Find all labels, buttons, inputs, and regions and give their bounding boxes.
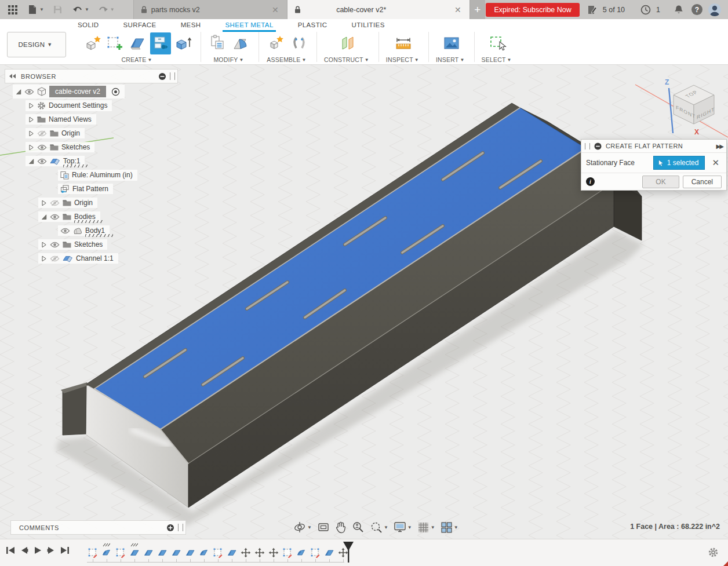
info-icon[interactable]: i bbox=[586, 177, 595, 186]
browser-item-origin[interactable]: Origin bbox=[38, 196, 137, 210]
browser-item-named-views[interactable]: Named Views bbox=[26, 112, 137, 126]
tab-utilities[interactable]: UTILITIES bbox=[349, 20, 387, 32]
timeline-feature-bend-1[interactable] bbox=[100, 543, 114, 562]
select-tool-button[interactable] bbox=[487, 32, 508, 54]
document-tab-parts-mocks-v2[interactable]: parts mocks v2 ✕ bbox=[133, 0, 287, 19]
browser-drag-handle[interactable] bbox=[170, 72, 175, 80]
workspace-switcher-button[interactable]: DESIGN ▼ bbox=[7, 32, 66, 57]
visibility-eye-off-icon[interactable] bbox=[37, 130, 47, 137]
browser-item-cable-cover-v2[interactable]: cable-cover v2 bbox=[13, 85, 137, 98]
timeline-feature-flange-3[interactable] bbox=[128, 543, 141, 562]
undo-caret-icon[interactable]: ▼ bbox=[85, 7, 89, 12]
browser-item-document-settings[interactable]: Document Settings bbox=[26, 98, 137, 112]
browser-item-top-1[interactable]: Top:1 bbox=[26, 154, 137, 168]
browser-item-bodies[interactable]: Bodies bbox=[38, 210, 137, 224]
collapse-expander-icon[interactable] bbox=[15, 89, 21, 95]
new-tab-button[interactable]: + bbox=[469, 0, 485, 19]
browser-item-sketches[interactable]: Sketches bbox=[26, 140, 137, 154]
flange-tool-button[interactable] bbox=[128, 32, 148, 54]
browser-item-origin[interactable]: Origin bbox=[26, 126, 137, 140]
measure-tool-button[interactable] bbox=[393, 32, 414, 54]
look-at-button[interactable] bbox=[317, 521, 330, 534]
modify-panel-tool-button[interactable] bbox=[208, 32, 229, 54]
new-component-tool-button[interactable] bbox=[266, 32, 287, 54]
redo-caret-icon[interactable]: ▼ bbox=[110, 7, 115, 12]
timeline-feature-move-13[interactable] bbox=[267, 543, 281, 562]
group-label-create[interactable]: CREATE▼ bbox=[121, 56, 154, 63]
expand-expander-icon[interactable] bbox=[41, 255, 47, 262]
browser-item-rule-aluminum-in[interactable]: Rule: Aluminum (in) bbox=[58, 168, 137, 182]
activate-component-radio[interactable] bbox=[111, 87, 120, 96]
fit-button[interactable]: ▼ bbox=[370, 521, 388, 534]
visibility-eye-off-icon[interactable] bbox=[50, 255, 60, 262]
timeline-feature-sketch-14[interactable] bbox=[281, 543, 294, 562]
user-avatar-button[interactable] bbox=[708, 3, 721, 16]
unfold-tool-button[interactable] bbox=[231, 32, 252, 54]
timeline-feature-flange-4[interactable] bbox=[141, 543, 155, 562]
close-tab-icon[interactable]: ✕ bbox=[271, 5, 280, 14]
expand-expander-icon[interactable] bbox=[41, 242, 47, 248]
timeline-feature-sketch-16[interactable] bbox=[308, 543, 322, 562]
save-button[interactable] bbox=[51, 3, 65, 17]
timeline-feature-bend-15[interactable] bbox=[294, 543, 308, 562]
go-to-start-button[interactable] bbox=[6, 546, 15, 554]
timeline-feature-flange-5[interactable] bbox=[155, 543, 169, 562]
timeline-feature-move-12[interactable] bbox=[253, 543, 267, 562]
timeline-settings-gear-icon[interactable] bbox=[708, 547, 719, 558]
group-label-construct[interactable]: CONSTRUCT▼ bbox=[324, 56, 372, 63]
file-menu-caret-icon[interactable]: ▼ bbox=[39, 7, 44, 12]
expand-expander-icon[interactable] bbox=[28, 144, 34, 151]
expand-expander-icon[interactable] bbox=[28, 130, 34, 137]
document-tab-cable-cover-v2[interactable]: cable-cover v2* ✕ bbox=[287, 0, 469, 19]
visibility-eye-off-icon[interactable] bbox=[50, 200, 60, 206]
clear-selection-icon[interactable]: ✕ bbox=[709, 158, 722, 168]
visibility-eye-icon[interactable] bbox=[37, 144, 47, 151]
tab-solid[interactable]: SOLID bbox=[75, 20, 101, 32]
browser-panel-header[interactable]: BROWSER bbox=[5, 69, 178, 83]
timeline-feature-sketch-2[interactable] bbox=[114, 543, 128, 562]
go-to-end-button[interactable] bbox=[60, 546, 70, 554]
notification-clock-icon[interactable] bbox=[639, 3, 653, 17]
timeline-feature-flange-7[interactable] bbox=[183, 543, 197, 562]
app-grid-menu-button[interactable] bbox=[6, 3, 20, 17]
timeline-feature-flange-17[interactable] bbox=[322, 543, 336, 562]
redo-button[interactable] bbox=[96, 3, 110, 17]
expand-expander-icon[interactable] bbox=[28, 103, 34, 109]
add-comment-icon[interactable] bbox=[166, 524, 174, 532]
expand-expander-icon[interactable] bbox=[28, 116, 34, 123]
browser-item-body1[interactable]: Body1 bbox=[58, 224, 137, 238]
ok-button[interactable]: OK bbox=[642, 176, 679, 188]
canvas-tool-button[interactable] bbox=[441, 32, 462, 54]
browser-item-channel-1-1[interactable]: Channel 1:1 bbox=[38, 251, 137, 265]
close-tab-icon[interactable]: ✕ bbox=[453, 5, 463, 14]
timeline-playhead[interactable] bbox=[342, 542, 355, 564]
new-solid-tool-button[interactable] bbox=[82, 32, 103, 54]
timeline-feature-flange-6[interactable] bbox=[169, 543, 183, 562]
subscribe-button[interactable]: Expired: Subscribe Now bbox=[486, 3, 579, 17]
dialog-expand-icon[interactable]: ▶▶ bbox=[716, 143, 723, 149]
timeline-feature-flange-10[interactable] bbox=[225, 543, 239, 562]
job-status-icon[interactable] bbox=[585, 3, 599, 17]
pan-button[interactable] bbox=[335, 521, 347, 534]
group-label-insert[interactable]: INSERT▼ bbox=[436, 56, 467, 63]
group-label-select[interactable]: SELECT▼ bbox=[482, 56, 514, 63]
thicken-tool-button[interactable] bbox=[173, 32, 194, 54]
tab-plastic[interactable]: PLASTIC bbox=[296, 20, 330, 32]
help-button[interactable]: ? bbox=[691, 4, 702, 15]
browser-item-sketches[interactable]: Sketches bbox=[38, 238, 137, 251]
file-menu-button[interactable] bbox=[26, 3, 39, 17]
timeline-feature-move-11[interactable] bbox=[239, 543, 253, 562]
dialog-header[interactable]: CREATE FLAT PATTERN ▶▶ bbox=[581, 140, 726, 153]
joint-tool-button[interactable] bbox=[289, 32, 310, 54]
viewports-button[interactable]: ▼ bbox=[441, 521, 458, 534]
timeline-feature-sketch-9[interactable] bbox=[211, 543, 225, 562]
undo-button[interactable] bbox=[71, 3, 85, 17]
cancel-button[interactable]: Cancel bbox=[683, 176, 722, 188]
expand-expander-icon[interactable] bbox=[41, 200, 47, 206]
comments-drag-handle[interactable] bbox=[178, 524, 183, 531]
step-back-button[interactable] bbox=[20, 546, 28, 554]
play-button[interactable] bbox=[34, 546, 42, 554]
construction-plane-tool-button[interactable] bbox=[337, 32, 358, 54]
grid-display-button[interactable]: ▼ bbox=[417, 521, 435, 534]
bell-icon[interactable] bbox=[672, 3, 686, 17]
